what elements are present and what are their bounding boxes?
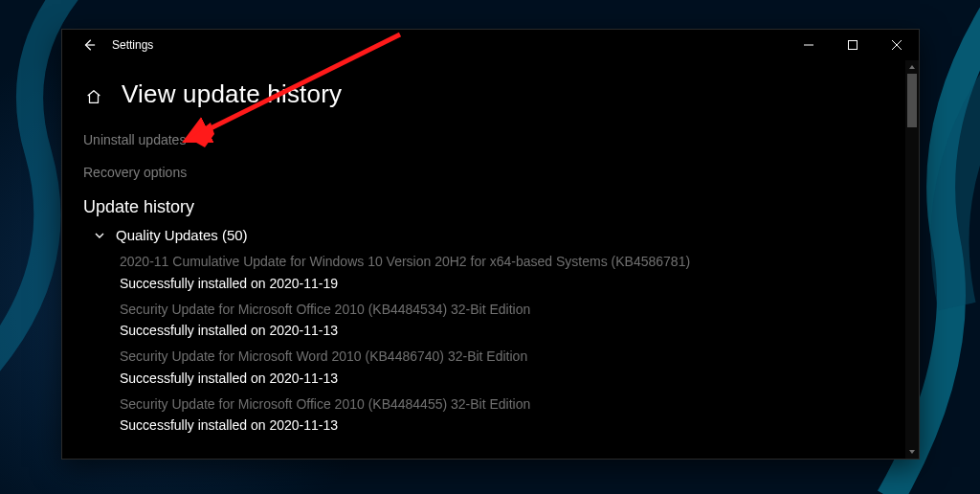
settings-window: Settings View update history Uninstall u… (61, 29, 920, 460)
vertical-scrollbar (905, 60, 919, 459)
home-button[interactable] (83, 86, 104, 107)
update-item: Security Update for Microsoft Word 2010 … (120, 348, 905, 386)
close-button[interactable] (875, 30, 919, 60)
update-title-link[interactable]: 2020-11 Cumulative Update for Windows 10… (120, 253, 905, 272)
titlebar: Settings (62, 30, 919, 60)
scroll-track[interactable] (905, 74, 919, 445)
update-title-link[interactable]: Security Update for Microsoft Office 201… (120, 395, 905, 415)
quality-updates-expander[interactable]: Quality Updates (50) (93, 227, 905, 243)
update-item: Security Update for Microsoft Office 201… (120, 395, 905, 434)
quality-updates-list: 2020-11 Cumulative Update for Windows 10… (120, 253, 905, 433)
update-title-link[interactable]: Security Update for Microsoft Office 201… (120, 301, 905, 320)
back-button[interactable] (79, 35, 99, 55)
svg-rect-0 (849, 41, 858, 50)
update-history-heading: Update history (83, 197, 905, 217)
scroll-down-button[interactable] (905, 445, 919, 459)
update-status: Successfully installed on 2020-11-13 (120, 323, 905, 338)
page-title: View update history (122, 79, 342, 109)
chevron-down-icon (93, 229, 106, 242)
uninstall-updates-link[interactable]: Uninstall updates (83, 132, 905, 147)
scroll-viewport: View update history Uninstall updates Re… (62, 60, 905, 459)
maximize-button[interactable] (831, 30, 875, 60)
update-title-link[interactable]: Security Update for Microsoft Word 2010 … (120, 348, 905, 367)
update-status: Successfully installed on 2020-11-19 (120, 276, 905, 291)
scroll-up-button[interactable] (905, 60, 919, 74)
content-area: View update history Uninstall updates Re… (62, 60, 919, 459)
update-status: Successfully installed on 2020-11-13 (120, 370, 905, 386)
update-item: Security Update for Microsoft Office 201… (120, 301, 905, 339)
recovery-options-link[interactable]: Recovery options (83, 165, 905, 180)
update-status: Successfully installed on 2020-11-13 (120, 417, 905, 433)
minimize-button[interactable] (787, 30, 831, 60)
quality-updates-label: Quality Updates (50) (116, 227, 248, 243)
scroll-thumb[interactable] (907, 74, 917, 127)
update-item: 2020-11 Cumulative Update for Windows 10… (120, 253, 905, 291)
window-title: Settings (112, 38, 153, 52)
